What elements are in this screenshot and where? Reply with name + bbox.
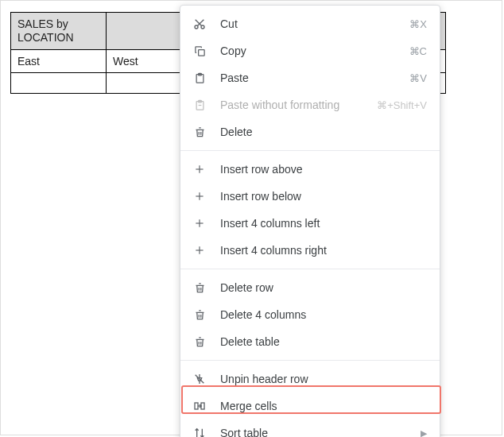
menu-label: Insert row above xyxy=(220,163,427,176)
svg-rect-28 xyxy=(195,403,198,409)
cut-icon xyxy=(192,16,207,32)
menu-label: Paste without formatting xyxy=(220,99,377,111)
menu-label: Insert row below xyxy=(220,190,427,203)
menu-insert-cols-right[interactable]: Insert 4 columns right xyxy=(180,237,440,264)
menu-label: Delete 4 columns xyxy=(220,308,427,321)
cell-west[interactable]: West xyxy=(107,49,192,72)
menu-insert-row-above[interactable]: Insert row above xyxy=(180,156,440,183)
plus-icon xyxy=(192,188,207,204)
menu-paste[interactable]: Paste ⌘V xyxy=(180,64,440,91)
menu-separator xyxy=(180,150,440,151)
menu-label: Delete row xyxy=(220,281,427,294)
paste-icon xyxy=(192,70,207,86)
plus-icon xyxy=(192,161,207,177)
trash-icon xyxy=(192,307,207,323)
submenu-arrow-icon: ▶ xyxy=(421,428,427,438)
menu-copy[interactable]: Copy ⌘C xyxy=(180,37,440,64)
menu-insert-cols-left[interactable]: Insert 4 columns left xyxy=(180,210,440,237)
menu-delete-table[interactable]: Delete table xyxy=(180,328,440,355)
menu-shortcut: ⌘+Shift+V xyxy=(377,99,427,111)
header-cell[interactable] xyxy=(107,13,192,50)
menu-shortcut: ⌘C xyxy=(409,45,427,57)
menu-label: Sort table xyxy=(220,427,421,437)
plus-icon xyxy=(192,242,207,258)
menu-label: Paste xyxy=(220,72,409,84)
menu-merge-cells[interactable]: Merge cells xyxy=(180,393,440,420)
menu-label: Merge cells xyxy=(220,400,427,412)
menu-shortcut: ⌘X xyxy=(409,18,427,30)
menu-cut[interactable]: Cut ⌘X xyxy=(180,10,440,37)
menu-label: Cut xyxy=(220,17,409,30)
menu-sort-table[interactable]: Sort table ▶ xyxy=(180,420,440,437)
menu-insert-row-below[interactable]: Insert row below xyxy=(180,183,440,210)
svg-point-1 xyxy=(201,25,204,29)
menu-label: Copy xyxy=(220,44,409,57)
menu-label: Delete xyxy=(220,126,427,138)
menu-shortcut: ⌘V xyxy=(409,72,427,84)
sort-icon xyxy=(192,425,207,437)
cell-east[interactable]: East xyxy=(11,49,107,72)
trash-icon xyxy=(192,334,207,350)
paste-plain-icon xyxy=(192,97,207,113)
menu-label: Insert 4 columns left xyxy=(220,217,427,230)
menu-delete-cols[interactable]: Delete 4 columns xyxy=(180,301,440,328)
menu-paste-without-formatting: Paste without formatting ⌘+Shift+V xyxy=(180,91,440,118)
menu-delete-row[interactable]: Delete row xyxy=(180,274,440,301)
cell[interactable] xyxy=(11,72,107,93)
merge-icon xyxy=(192,398,207,414)
plus-icon xyxy=(192,215,207,231)
menu-label: Delete table xyxy=(220,335,427,348)
cell[interactable] xyxy=(107,72,192,93)
menu-label: Unpin header row xyxy=(220,373,427,385)
copy-icon xyxy=(192,43,207,59)
menu-separator xyxy=(180,269,440,269)
svg-rect-4 xyxy=(198,49,204,56)
menu-separator xyxy=(180,360,440,361)
header-cell-title[interactable]: SALES by LOCATION xyxy=(11,13,107,50)
svg-point-0 xyxy=(195,25,198,29)
trash-icon xyxy=(192,124,207,140)
unpin-icon xyxy=(192,371,207,387)
menu-delete[interactable]: Delete xyxy=(180,118,440,145)
app-frame: SALES by LOCATION East West Cut xyxy=(0,0,502,435)
context-menu: Cut ⌘X Copy ⌘C Paste ⌘V Paste without fo… xyxy=(180,5,440,437)
menu-unpin-header[interactable]: Unpin header row xyxy=(180,365,440,393)
menu-label: Insert 4 columns right xyxy=(220,244,427,257)
trash-icon xyxy=(192,280,207,296)
